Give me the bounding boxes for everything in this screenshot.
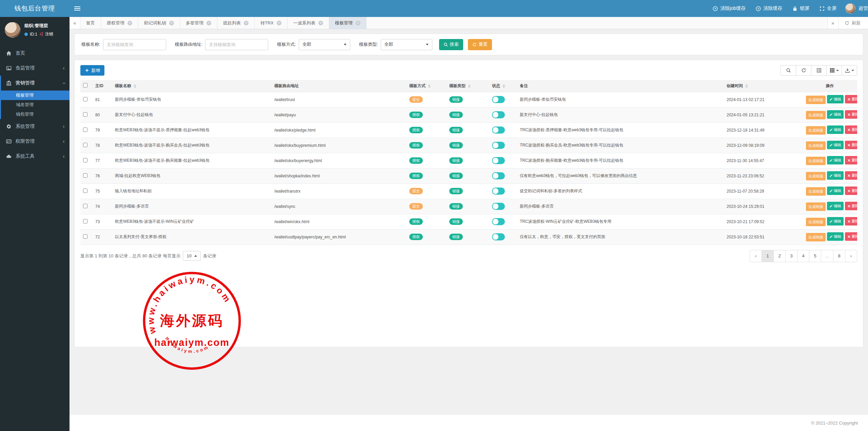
page-button-5[interactable]: 5 [809, 250, 821, 262]
page-button-2[interactable]: 2 [773, 250, 786, 262]
edit-button[interactable]: 编辑 [827, 187, 844, 195]
edit-button[interactable]: 编辑 [827, 232, 844, 241]
sort-icon[interactable] [502, 84, 505, 88]
tab-close-icon[interactable]: × [318, 21, 323, 25]
page-button-dots[interactable]: ... [821, 250, 833, 262]
row-checkbox[interactable] [83, 234, 87, 239]
row-checkbox[interactable] [83, 219, 87, 223]
page-button-prev[interactable]: ‹ [750, 250, 762, 262]
col-header-type[interactable]: 模板类型 [447, 80, 489, 92]
status-toggle[interactable] [492, 126, 505, 134]
sort-icon[interactable] [745, 84, 748, 88]
sidebar-subitem-wallet[interactable]: 钱包管理 [1, 110, 70, 119]
delete-button[interactable]: 删除 [845, 217, 857, 226]
edit-button[interactable]: 编辑 [827, 125, 844, 134]
row-checkbox[interactable] [83, 143, 87, 147]
col-header-status[interactable]: 状态 [489, 80, 517, 92]
header-action-clear-cache[interactable]: ?清除缓存 [756, 5, 782, 12]
sidebar-item-fish[interactable]: 鱼苗管理‹ [1, 61, 70, 76]
generate-link-button[interactable]: 生成链接 [806, 141, 826, 150]
tab-auth[interactable]: 授权管理× [101, 17, 138, 29]
columns-button[interactable] [826, 65, 842, 76]
sidebar-subitem-domain[interactable]: 域名管理 [1, 100, 70, 110]
delete-button[interactable]: 删除 [845, 125, 857, 134]
add-button[interactable]: 新增 [80, 65, 104, 76]
col-header-method[interactable]: 模板方式 [407, 80, 447, 92]
tab-trx[interactable]: 转TRX× [255, 17, 288, 29]
tab-home[interactable]: 首页 [80, 17, 101, 29]
sidebar-item-marketing[interactable]: 营销管理‹ [1, 76, 70, 91]
delete-button[interactable]: 删除 [845, 95, 857, 103]
page-button-8[interactable]: 8 [833, 250, 845, 262]
toggle-view-button[interactable] [811, 65, 827, 76]
edit-button[interactable]: 编辑 [827, 141, 844, 149]
tabs-scroll-right-button[interactable]: » [827, 17, 838, 29]
delete-button[interactable]: 删除 [845, 156, 857, 164]
generate-link-button[interactable]: 生成链接 [806, 96, 826, 104]
sort-icon[interactable] [134, 84, 136, 88]
status-toggle[interactable] [492, 142, 505, 149]
delete-button[interactable]: 删除 [845, 110, 857, 119]
col-header-created[interactable]: 创建时间 [724, 80, 803, 92]
row-checkbox[interactable] [83, 204, 87, 208]
template-type-select[interactable]: 全部 [381, 39, 432, 50]
sidebar-toggle-button[interactable] [70, 0, 85, 17]
row-checkbox[interactable] [83, 173, 87, 178]
edit-button[interactable]: 编辑 [827, 156, 844, 164]
sort-icon[interactable] [428, 84, 431, 88]
row-checkbox[interactable] [83, 128, 87, 132]
status-toggle[interactable] [492, 96, 505, 103]
delete-button[interactable]: 删除 [845, 187, 857, 195]
sidebar-item-tools[interactable]: 系统工具‹ [1, 149, 70, 164]
template-name-input[interactable] [103, 39, 166, 50]
tab-close-icon[interactable]: × [356, 21, 360, 25]
header-user-menu[interactable]: 超管 [845, 0, 868, 17]
tab-close-icon[interactable]: × [277, 21, 281, 25]
sidebar-item-home[interactable]: 首页 [1, 46, 70, 61]
select-all-checkbox[interactable] [83, 83, 87, 87]
sidebar-subitem-template[interactable]: 模板管理 [1, 91, 70, 100]
edit-button[interactable]: 编辑 [827, 217, 844, 226]
generate-link-button[interactable]: 生成链接 [806, 157, 826, 165]
reset-button[interactable]: 重置 [468, 39, 492, 50]
status-toggle[interactable] [492, 233, 505, 240]
logout-button[interactable]: 注销 [39, 31, 53, 37]
col-header-name[interactable]: 模板名称 [112, 80, 272, 92]
edit-button[interactable]: 编辑 [827, 110, 844, 119]
edit-button[interactable]: 编辑 [827, 202, 844, 210]
tabs-scroll-left-button[interactable]: « [70, 17, 80, 29]
tab-template[interactable]: 模板管理× [329, 17, 367, 29]
header-action-clear-job-cache[interactable]: ?清除job缓存 [713, 5, 746, 12]
tab-mnemonic[interactable]: 助记词私钥× [138, 17, 180, 29]
template-route-input[interactable] [205, 39, 268, 50]
export-button[interactable] [842, 65, 857, 76]
delete-button[interactable]: 删除 [845, 202, 857, 210]
table-refresh-button[interactable] [796, 65, 811, 76]
status-toggle[interactable] [492, 188, 505, 195]
delete-button[interactable]: 删除 [845, 232, 857, 241]
delete-button[interactable]: 删除 [845, 171, 857, 180]
tab-close-icon[interactable]: × [244, 21, 249, 25]
generate-link-button[interactable]: 生成链接 [806, 202, 826, 211]
tab-close-icon[interactable]: × [206, 21, 211, 25]
row-checkbox[interactable] [83, 189, 87, 193]
table-search-button[interactable] [781, 65, 796, 76]
edit-button[interactable]: 编辑 [827, 95, 844, 103]
row-checkbox[interactable] [83, 112, 87, 117]
generate-link-button[interactable]: 生成链接 [806, 111, 826, 119]
sidebar-item-system[interactable]: 系统管理‹ [1, 119, 70, 134]
status-toggle[interactable] [492, 218, 505, 225]
sidebar-item-permission[interactable]: 权限管理‹ [1, 134, 70, 149]
header-action-fullscreen[interactable]: 全屏 [820, 5, 836, 12]
tab-multisig[interactable]: 多签管理× [180, 17, 217, 29]
generate-link-button[interactable]: 生成链接 [806, 187, 826, 196]
tab-yibo[interactable]: 一波系列表× [288, 17, 329, 29]
page-size-dropdown[interactable]: 10 [183, 251, 200, 261]
status-toggle[interactable] [492, 157, 505, 164]
header-action-lock-screen[interactable]: 锁屏 [792, 5, 809, 12]
delete-button[interactable]: 删除 [845, 141, 857, 149]
page-button-3[interactable]: 3 [785, 250, 797, 262]
generate-link-button[interactable]: 生成链接 [806, 233, 826, 241]
status-toggle[interactable] [492, 172, 505, 179]
tab-refresh-button[interactable]: 刷新 [838, 17, 868, 29]
